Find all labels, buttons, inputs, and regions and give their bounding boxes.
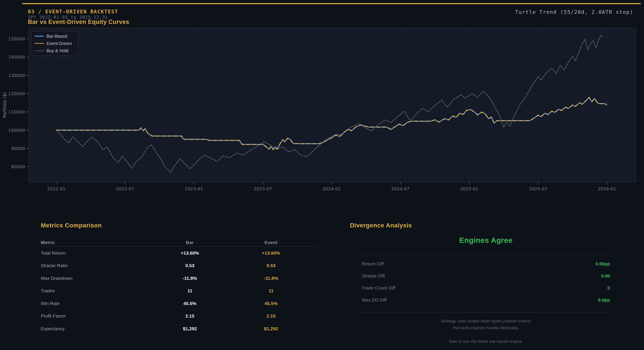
plot-background xyxy=(29,28,636,182)
divergence-verdict: Engines Agree xyxy=(362,236,610,244)
backtest-report: { "header": { "kicker": "03 / EVENT-DRIV… xyxy=(0,0,644,350)
y-tick-label: 90000 xyxy=(11,146,25,151)
divergence-divider-bottom xyxy=(362,312,610,313)
event-value: 11 xyxy=(229,288,313,294)
y-tick-label: 110000 xyxy=(8,109,25,114)
metrics-row: Win Rate45.5%45.5% xyxy=(41,297,317,310)
bar-value: 11 xyxy=(150,288,229,294)
event-value: 45.5% xyxy=(229,301,313,306)
metric-name: Total Return xyxy=(41,250,150,256)
legend-label: Event-Driven xyxy=(46,41,72,46)
metrics-rows: Total Return+13.60%+13.60%Sharpe Ratio0.… xyxy=(41,247,317,335)
metrics-row: Total Return+13.60%+13.60% xyxy=(41,247,317,260)
x-tick-label: 2024-01 xyxy=(322,186,341,192)
note-line: that both engines handle identically. xyxy=(362,324,610,331)
y-tick-label: 140000 xyxy=(8,54,25,60)
bar-value: 2.15 xyxy=(150,314,229,319)
legend-item: Bar-Based xyxy=(35,34,75,38)
legend-line-swatch xyxy=(35,50,44,51)
note-line: Strategy uses simple order types (market… xyxy=(362,318,610,324)
metric-name: Max Drawdown xyxy=(41,276,150,281)
diff-label: Max DD Diff xyxy=(362,297,386,303)
divergence-row: Sharpe Diff0.00 xyxy=(362,270,610,282)
divergence-body: Engines Agree Return Diff0.00ppSharpe Di… xyxy=(362,236,610,345)
x-tick-label: 2024-07 xyxy=(392,186,410,192)
col-header-event: Event xyxy=(229,240,313,245)
legend-item: Buy & Hold xyxy=(35,48,75,53)
event-value: 2.15 xyxy=(229,314,313,319)
y-tick-label: 80000 xyxy=(11,164,25,169)
diff-value: 0.00 xyxy=(601,273,610,278)
y-axis-label: Portfolio ($) xyxy=(2,92,7,118)
metrics-header-row: Metric Bar Event xyxy=(41,238,317,246)
note-line: Safe to use the faster bar-based engine. xyxy=(362,338,610,345)
metric-name: Expectancy xyxy=(41,326,150,331)
divergence-panel: Divergence Analysis Engines Agree Return… xyxy=(350,222,610,345)
x-tick-label: 2025-01 xyxy=(460,186,478,192)
event-value: 0.53 xyxy=(229,263,313,268)
divergence-title: Divergence Analysis xyxy=(350,222,610,229)
bar-value: $1,292 xyxy=(150,326,229,331)
bar-value: 0.53 xyxy=(150,263,229,268)
metrics-row: Profit Factor2.152.15 xyxy=(41,310,317,322)
legend-line-swatch xyxy=(35,36,44,36)
metric-name: Profit Factor xyxy=(41,314,150,319)
col-header-bar: Bar xyxy=(150,240,229,245)
diff-label: Trade Count Diff xyxy=(362,285,395,290)
metrics-row: Expectancy$1,292$1,292 xyxy=(41,322,317,335)
bar-value: -11.8% xyxy=(150,276,229,281)
metrics-panel: Metrics Comparison Metric Bar Event Tota… xyxy=(41,222,317,335)
metrics-table: Metric Bar Event Total Return+13.60%+13.… xyxy=(41,238,317,335)
metrics-title: Metrics Comparison xyxy=(41,222,317,229)
divergence-row: Max DD Diff0.0pp xyxy=(362,294,610,306)
chart-legend: Bar-BasedEvent-DrivenBuy & Hold xyxy=(32,31,78,56)
event-value: +13.60% xyxy=(229,250,313,256)
metrics-row: Max Drawdown-11.8%-11.8% xyxy=(41,272,317,285)
metric-name: Trades xyxy=(41,288,150,294)
bar-value: 45.5% xyxy=(150,301,229,306)
y-tick-label: 100000 xyxy=(8,128,25,133)
divergence-notes: Strategy uses simple order types (market… xyxy=(362,318,610,345)
legend-label: Buy & Hold xyxy=(46,48,68,53)
divergence-row: Trade Count Diff0 xyxy=(362,282,610,294)
bar-value: +13.60% xyxy=(150,250,229,256)
x-tick-label: 2023-01 xyxy=(185,186,203,192)
x-tick-label: 2026-01 xyxy=(598,186,616,192)
event-value: $1,292 xyxy=(229,326,313,331)
y-tick-label: 130000 xyxy=(8,73,25,78)
x-tick-label: 2025-07 xyxy=(529,186,547,192)
x-tick-label: 2022-01 xyxy=(47,186,66,192)
col-header-metric: Metric xyxy=(41,240,150,245)
divergence-rows: Return Diff0.00ppSharpe Diff0.00Trade Co… xyxy=(362,258,610,306)
x-tick-label: 2022-07 xyxy=(116,186,134,192)
metric-name: Win Rate xyxy=(41,301,150,306)
divergence-row: Return Diff0.00pp xyxy=(362,258,610,270)
legend-label: Bar-Based xyxy=(46,34,67,39)
y-tick-label: 150000 xyxy=(8,36,25,42)
metrics-row: Trades1111 xyxy=(41,285,317,297)
x-tick-label: 2023-07 xyxy=(254,186,272,192)
diff-label: Return Diff xyxy=(362,261,384,266)
diff-value: 0 xyxy=(608,285,610,290)
legend-item: Event-Driven xyxy=(35,41,75,46)
event-value: -11.8% xyxy=(229,276,313,281)
metrics-row: Sharpe Ratio0.530.53 xyxy=(41,260,317,272)
legend-line-swatch xyxy=(35,43,44,44)
diff-label: Sharpe Diff xyxy=(362,273,385,278)
y-tick-label: 120000 xyxy=(8,91,25,96)
diff-value: 0.0pp xyxy=(598,297,610,303)
diff-value: 0.00pp xyxy=(595,261,610,266)
metric-name: Sharpe Ratio xyxy=(41,263,150,268)
